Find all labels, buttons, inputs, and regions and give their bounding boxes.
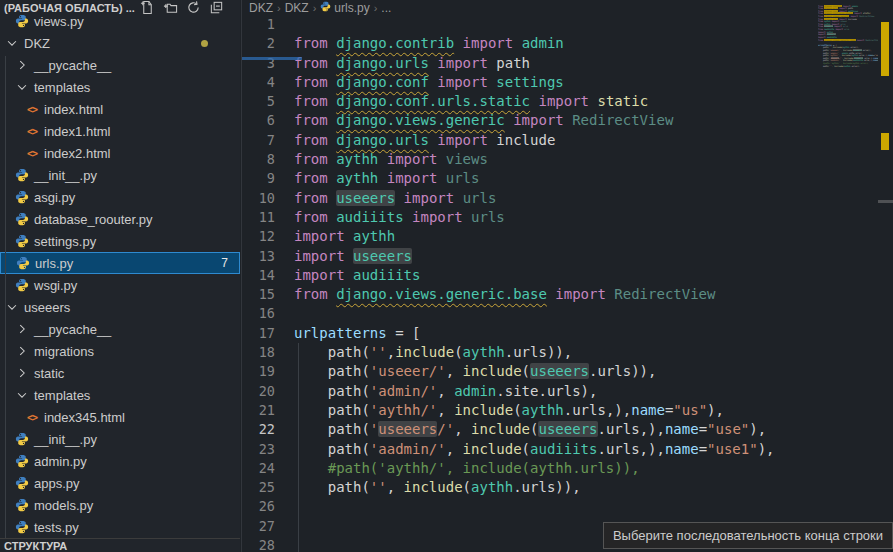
code-line-26[interactable]: 26 bbox=[242, 497, 893, 516]
line-number: 25 bbox=[242, 478, 275, 497]
tree-item-settings-py[interactable]: settings.py bbox=[0, 230, 240, 252]
line-content bbox=[275, 497, 294, 516]
tree-item-label: __init__.py bbox=[34, 168, 97, 183]
tree-item-templates[interactable]: templates bbox=[0, 384, 240, 406]
code-line-2[interactable]: 2from django.contrib import admin bbox=[242, 34, 893, 53]
workspace-title: (РАБОЧАЯ ОБЛАСТЬ) ... bbox=[4, 2, 140, 14]
line-number: 21 bbox=[242, 401, 275, 420]
tree-item-admin-py[interactable]: admin.py bbox=[0, 450, 240, 472]
tree-item--pycache-[interactable]: __pycache__ bbox=[0, 54, 240, 76]
tree-item-models-py[interactable]: models.py bbox=[0, 494, 240, 516]
refresh-icon[interactable] bbox=[186, 0, 201, 15]
code-line-4[interactable]: 4from django.conf import settings bbox=[242, 73, 893, 92]
line-number: 17 bbox=[242, 324, 275, 343]
code-line-5[interactable]: 5from django.conf.urls.static import sta… bbox=[242, 92, 893, 111]
code-line-3[interactable]: 3from django.urls import path bbox=[242, 54, 893, 73]
code-line-25[interactable]: 25 path('', include(aythh.urls)), bbox=[242, 478, 893, 497]
line-content: import aythh bbox=[275, 227, 395, 246]
chevron-down-icon bbox=[4, 299, 20, 315]
line-content: from django.views.generic import Redirec… bbox=[275, 111, 673, 130]
tree-item--init-py[interactable]: __init__.py bbox=[0, 428, 240, 450]
line-number: 15 bbox=[242, 285, 275, 304]
tree-item-index1-html[interactable]: <>index1.html bbox=[0, 120, 240, 142]
code-line-22[interactable]: 22 path('useeers/', include(useeers.urls… bbox=[242, 420, 893, 439]
outline-section-header[interactable]: СТРУКТУРА bbox=[0, 538, 240, 552]
outline-title: СТРУКТУРА bbox=[4, 540, 67, 552]
line-number: 16 bbox=[242, 304, 275, 323]
code-line-6[interactable]: 6from django.views.generic import Redire… bbox=[242, 111, 893, 130]
minimap-line bbox=[818, 72, 878, 75]
minimap-line: from django.views.generic.base import Re… bbox=[818, 39, 878, 42]
collapse-all-icon[interactable] bbox=[209, 0, 224, 15]
html-icon: <> bbox=[24, 123, 40, 139]
tree-item-index-html[interactable]: <>index.html bbox=[0, 98, 240, 120]
line-content: path('aadmin/', include(audiiits.urls,),… bbox=[275, 440, 775, 459]
tree-item-static[interactable]: static bbox=[0, 362, 240, 384]
line-number: 4 bbox=[242, 73, 275, 92]
python-icon bbox=[14, 211, 30, 227]
code-line-8[interactable]: 8from aythh import views bbox=[242, 150, 893, 169]
code-line-17[interactable]: 17urlpatterns = [ bbox=[242, 324, 893, 343]
html-icon: <> bbox=[24, 145, 40, 161]
line-number: 20 bbox=[242, 382, 275, 401]
tree-item-label: templates bbox=[34, 388, 90, 403]
code-line-21[interactable]: 21 path('aythh/', include(aythh.urls,),n… bbox=[242, 401, 893, 420]
tree-item-index345-html[interactable]: <>index345.html bbox=[0, 406, 240, 428]
python-icon bbox=[14, 475, 30, 491]
code-line-19[interactable]: 19 path('useeer/', include(useeers.urls)… bbox=[242, 362, 893, 381]
tree-item-migrations[interactable]: migrations bbox=[0, 340, 240, 362]
tree-item-label: database_roouter.py bbox=[34, 212, 153, 227]
code-line-12[interactable]: 12import aythh bbox=[242, 227, 893, 246]
code-line-23[interactable]: 23 path('aadmin/', include(audiiits.urls… bbox=[242, 440, 893, 459]
code-line-18[interactable]: 18 path('',include(aythh.urls)), bbox=[242, 343, 893, 362]
line-number: 5 bbox=[242, 92, 275, 111]
tree-item-label: urls.py bbox=[35, 256, 73, 271]
code-line-14[interactable]: 14import audiiits bbox=[242, 266, 893, 285]
tree-item-label: index.html bbox=[44, 102, 103, 117]
tree-item-urls-py[interactable]: urls.py7 bbox=[0, 252, 240, 274]
code-line-9[interactable]: 9from aythh import urls bbox=[242, 169, 893, 188]
code-line-1[interactable]: 1 bbox=[242, 15, 893, 34]
tree-item-templates[interactable]: templates bbox=[0, 76, 240, 98]
python-icon bbox=[14, 189, 30, 205]
code-line-16[interactable]: 16 bbox=[242, 304, 893, 323]
new-folder-icon[interactable] bbox=[163, 0, 178, 15]
overview-ruler[interactable] bbox=[878, 0, 893, 552]
breadcrumb-item[interactable]: DKZ bbox=[249, 1, 273, 15]
code-line-10[interactable]: 10from useeers import urls bbox=[242, 189, 893, 208]
tree-item-label: __pycache__ bbox=[34, 322, 111, 337]
tree-item-index2-html[interactable]: <>index2.html bbox=[0, 142, 240, 164]
python-icon bbox=[14, 13, 30, 29]
tree-item-database-roouter-py[interactable]: database_roouter.py bbox=[0, 208, 240, 230]
code-line-13[interactable]: 13import useeers bbox=[242, 247, 893, 266]
new-file-icon[interactable] bbox=[140, 0, 155, 15]
code-area: 12from django.contrib import admin3from … bbox=[242, 15, 893, 552]
code-line-24[interactable]: 24 #path('aythh/', include(aythh.urls)), bbox=[242, 459, 893, 478]
minimap[interactable]: from django.contrib import adminfrom dja… bbox=[818, 2, 878, 88]
line-content: import useeers bbox=[275, 247, 412, 266]
breadcrumb-item-file[interactable]: urls.py bbox=[320, 1, 369, 15]
warning-marker bbox=[881, 133, 889, 150]
tree-item-label: views.py bbox=[34, 14, 84, 29]
tree-item-wsgi-py[interactable]: wsgi.py bbox=[0, 274, 240, 296]
code-line-15[interactable]: 15from django.views.generic.base import … bbox=[242, 285, 893, 304]
python-icon bbox=[14, 497, 30, 513]
line-content: path('', include(aythh.urls)), bbox=[275, 478, 581, 497]
breadcrumb-item[interactable]: ... bbox=[381, 1, 391, 15]
workspace-section-header[interactable]: (РАБОЧАЯ ОБЛАСТЬ) ... bbox=[0, 0, 240, 15]
code-line-7[interactable]: 7from django.urls import include bbox=[242, 131, 893, 150]
tree-item-apps-py[interactable]: apps.py bbox=[0, 472, 240, 494]
python-icon bbox=[14, 453, 30, 469]
tree-item-useeers[interactable]: useeers bbox=[0, 296, 240, 318]
line-content: path('',include(aythh.urls)), bbox=[275, 343, 572, 362]
breadcrumb-item[interactable]: DKZ bbox=[285, 1, 309, 15]
line-number: 6 bbox=[242, 111, 275, 130]
tree-item-tests-py[interactable]: tests.py bbox=[0, 516, 240, 538]
code-line-20[interactable]: 20 path('admin/', admin.site.urls), bbox=[242, 382, 893, 401]
tree-item--init-py[interactable]: __init__.py bbox=[0, 164, 240, 186]
code-line-11[interactable]: 11from audiiits import urls bbox=[242, 208, 893, 227]
tree-item-dkz[interactable]: DKZ bbox=[0, 32, 240, 54]
tree-item--pycache-[interactable]: __pycache__ bbox=[0, 318, 240, 340]
tree-item-asgi-py[interactable]: asgi.py bbox=[0, 186, 240, 208]
python-icon bbox=[320, 1, 331, 15]
